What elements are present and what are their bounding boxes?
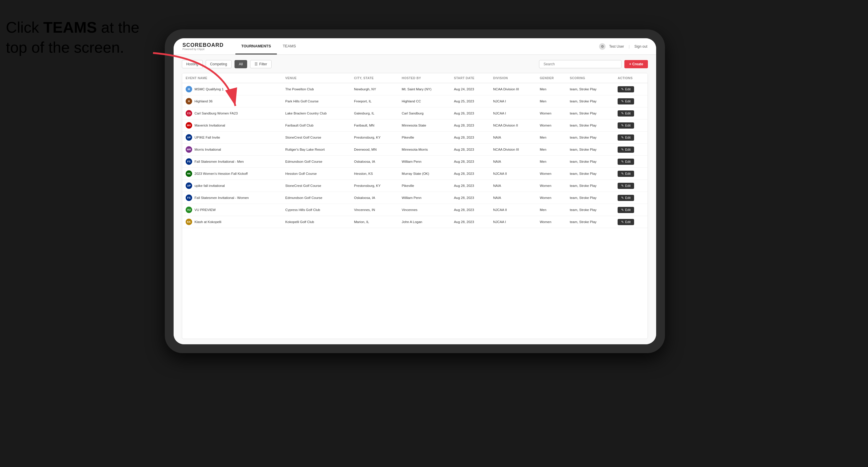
- logo-subtitle: Powered by Clippit: [182, 48, 224, 51]
- cell-city-state: Oskaloosa, IA: [350, 156, 398, 168]
- nav-tabs: TOURNAMENTS TEAMS: [236, 38, 599, 55]
- team-logo: H: [186, 98, 192, 104]
- edit-button[interactable]: Edit: [618, 159, 634, 165]
- event-name-cell: CSCarl Sandburg Women FA23: [182, 107, 282, 120]
- team-logo: KK: [186, 219, 192, 225]
- cell-start-date: Aug 28, 2023: [451, 168, 490, 180]
- col-division: DIVISION: [490, 73, 536, 83]
- all-filter-btn[interactable]: All: [235, 60, 247, 68]
- event-name-cell: FSFall Statesmen Invitational - Men: [182, 156, 282, 168]
- filter-icon: ☰: [254, 62, 258, 66]
- table-row: FSFall Statesmen Invitational - WomenEdm…: [182, 192, 648, 204]
- edit-button[interactable]: Edit: [618, 171, 634, 177]
- table-row: CSCarl Sandburg Women FA23Lake Bracken C…: [182, 107, 648, 120]
- cell-gender: Women: [536, 216, 566, 228]
- create-button[interactable]: + Create: [624, 60, 648, 68]
- cell-start-date: Aug 24, 2023: [451, 83, 490, 95]
- tab-tournaments[interactable]: TOURNAMENTS: [236, 38, 277, 55]
- event-name-text: 2023 Women's Hesston Fall Kickoff: [194, 172, 248, 176]
- cell-scoring: team, Stroke Play: [566, 168, 614, 180]
- cell-gender: Men: [536, 131, 566, 144]
- tab-teams[interactable]: TEAMS: [277, 38, 302, 55]
- cell-scoring: team, Stroke Play: [566, 216, 614, 228]
- edit-button[interactable]: Edit: [618, 134, 634, 141]
- cell-start-date: Aug 28, 2023: [451, 204, 490, 216]
- edit-button[interactable]: Edit: [618, 207, 634, 213]
- cell-hosted-by: Minnesota-Morris: [398, 144, 450, 156]
- col-gender: GENDER: [536, 73, 566, 83]
- cell-venue: Ruttger's Bay Lake Resort: [282, 144, 351, 156]
- search-input[interactable]: [539, 60, 621, 68]
- cell-scoring: team, Stroke Play: [566, 131, 614, 144]
- event-name-text: VU PREVIEW: [194, 208, 216, 212]
- edit-button[interactable]: Edit: [618, 195, 634, 201]
- edit-button[interactable]: Edit: [618, 111, 634, 117]
- event-name-text: Fall Statesmen Invitational - Men: [194, 160, 244, 163]
- cell-city-state: Prestonsburg, KY: [350, 180, 398, 192]
- event-name-text: Maverick Invitational: [194, 124, 225, 127]
- event-name-cell: UPUPIKE Fall Invite: [182, 131, 282, 144]
- cell-gender: Women: [536, 180, 566, 192]
- event-name-text: Morris Invitational: [194, 148, 221, 151]
- team-logo: MR: [186, 146, 192, 153]
- cell-hosted-by: Mt. Saint Mary (NY): [398, 83, 450, 95]
- logo-title: SCOREBOARD: [182, 42, 224, 48]
- cell-venue: Edmundson Golf Course: [282, 156, 351, 168]
- cell-start-date: Aug 25, 2023: [451, 95, 490, 107]
- cell-hosted-by: Carl Sandburg: [398, 107, 450, 120]
- event-name-text: Klash at Kokopelli: [194, 220, 221, 224]
- team-logo: FS: [186, 194, 192, 201]
- cell-scoring: team, Stroke Play: [566, 192, 614, 204]
- gear-icon[interactable]: ⚙: [599, 43, 606, 50]
- cell-division: NJCAA I: [490, 107, 536, 120]
- table-header: EVENT NAME VENUE CITY, STATE HOSTED BY S…: [182, 73, 648, 83]
- edit-button[interactable]: Edit: [618, 147, 634, 153]
- cell-gender: Women: [536, 168, 566, 180]
- instruction-emphasis: TEAMS: [43, 19, 97, 36]
- signout-link[interactable]: Sign out: [634, 44, 647, 49]
- event-name-text: UPIKE Fall Invite: [194, 136, 220, 139]
- cell-hosted-by: Minnesota State: [398, 120, 450, 131]
- col-actions: ACTIONS: [614, 73, 648, 83]
- user-label: Test User: [609, 44, 624, 49]
- cell-city-state: Prestonsburg, KY: [350, 131, 398, 144]
- nav-divider: |: [629, 44, 630, 49]
- cell-scoring: team, Stroke Play: [566, 204, 614, 216]
- edit-button[interactable]: Edit: [618, 219, 634, 225]
- col-city-state: CITY, STATE: [350, 73, 398, 83]
- cell-hosted-by: William Penn: [398, 156, 450, 168]
- filter-options-btn[interactable]: ☰ Filter: [250, 60, 272, 68]
- col-scoring: SCORING: [566, 73, 614, 83]
- main-content: Hosting Competing All ☰ Filter + Create …: [174, 55, 656, 344]
- team-logo: CS: [186, 110, 192, 117]
- edit-button[interactable]: Edit: [618, 122, 634, 129]
- cell-city-state: Newburgh, NY: [350, 83, 398, 95]
- filter-label: Filter: [259, 62, 267, 66]
- edit-button[interactable]: Edit: [618, 86, 634, 92]
- cell-division: NAIA: [490, 156, 536, 168]
- cell-gender: Women: [536, 107, 566, 120]
- actions-cell: Edit: [614, 107, 648, 120]
- actions-cell: Edit: [614, 131, 648, 144]
- col-event-name: EVENT NAME: [182, 73, 282, 83]
- event-name-cell: MMSMC Qualifying 1: [182, 83, 282, 95]
- edit-button[interactable]: Edit: [618, 183, 634, 189]
- tournaments-table-container: EVENT NAME VENUE CITY, STATE HOSTED BY S…: [182, 73, 648, 339]
- cell-venue: Lake Bracken Country Club: [282, 107, 351, 120]
- cell-division: NAIA: [490, 131, 536, 144]
- edit-button[interactable]: Edit: [618, 98, 634, 104]
- cell-division: NAIA: [490, 180, 536, 192]
- cell-gender: Men: [536, 204, 566, 216]
- nav-bar: SCOREBOARD Powered by Clippit TOURNAMENT…: [174, 38, 656, 55]
- competing-filter-btn[interactable]: Competing: [206, 60, 231, 68]
- hosting-filter-btn[interactable]: Hosting: [182, 60, 203, 68]
- cell-gender: Men: [536, 144, 566, 156]
- cell-city-state: Oskaloosa, IA: [350, 192, 398, 204]
- actions-cell: Edit: [614, 216, 648, 228]
- team-logo: UP: [186, 182, 192, 189]
- cell-city-state: Freeport, IL: [350, 95, 398, 107]
- event-name-cell: KKKlash at Kokopelli: [182, 216, 282, 228]
- event-name-text: Fall Statesmen Invitational - Women: [194, 196, 249, 199]
- table-row: HHighland 36Park Hills Golf CourseFreepo…: [182, 95, 648, 107]
- instruction-text: Click TEAMS at thetop of the screen.: [6, 18, 140, 57]
